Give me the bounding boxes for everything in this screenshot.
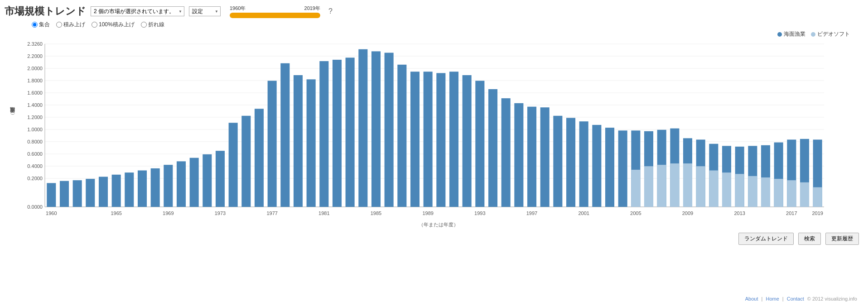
bar-video [657,165,666,207]
bar-kaigyou [424,72,433,207]
bar-kaigyou [268,81,277,207]
x-tick-label: 1960 [46,210,57,216]
bar-kaigyou [475,81,484,207]
x-tick-label: 1973 [215,210,226,216]
bar-kaigyou [605,128,614,207]
chart-type-label-stack100: 100%積み上げ [99,21,135,29]
bar-kaigyou [294,75,303,207]
bar-video [748,176,757,207]
bar-kaigyou [125,172,134,207]
settings-wrapper[interactable]: 設定 [189,6,221,16]
x-tick-label: 1981 [318,210,329,216]
bar-kaigyou [99,177,108,207]
bar-kaigyou [47,183,56,207]
bar-kaigyou [280,63,289,207]
contact-link[interactable]: Contact [787,296,804,301]
svg-text:1.2000: 1.2000 [27,115,43,120]
footer-sep-1: | [762,296,763,301]
range-labels: 1960年 2019年 [230,5,320,12]
x-tick-label: 2017 [786,210,797,216]
x-tick-label: 1969 [163,210,174,216]
bar-kaigyou [463,75,472,207]
chart-type-label-group: 集合 [39,21,50,29]
range-start-label: 1960年 [230,5,246,12]
bar-kaigyou [397,65,406,207]
bar-video [631,170,640,207]
bar-kaigyou [514,103,523,207]
svg-text:2.0000: 2.0000 [27,66,43,71]
about-link[interactable]: About [745,296,758,301]
chart-content: 海面漁業 ビデオソフト .grid-line { stroke: #ddd; s… [18,30,859,228]
x-tick-label: 1993 [474,210,485,216]
chart-svg-wrapper: .grid-line { stroke: #ddd; stroke-width:… [18,30,859,220]
svg-text:0.0000: 0.0000 [27,204,43,210]
bar-kaigyou [579,121,588,207]
random-trend-button[interactable]: ランダムトレンド [738,233,794,245]
x-tick-label: 2013 [734,210,745,216]
x-tick-label: 1985 [371,210,381,216]
x-tick-label: 2019 [812,210,823,216]
svg-text:1.6000: 1.6000 [27,90,43,96]
svg-text:0.2000: 0.2000 [27,176,43,181]
bar-kaigyou [307,79,316,207]
market-selector[interactable]: 2 個の市場が選択されています。 [91,6,184,16]
bar-kaigyou [86,179,95,207]
bar-kaigyou [229,123,238,207]
bar-kaigyou [346,57,355,207]
market-selector-wrapper[interactable]: 2 個の市場が選択されています。 [91,6,184,16]
help-icon[interactable]: ? [328,7,333,15]
bar-video [761,177,770,207]
bar-kaigyou [527,107,536,207]
bar-kaigyou [436,73,445,207]
x-tick-label: 2005 [630,210,641,216]
page-title: 市場規模トレンド [5,5,86,18]
range-fill [230,13,320,18]
bar-kaigyou [410,72,420,207]
radio-stack[interactable] [56,22,62,28]
x-axis-label: （年または年度） [18,221,859,228]
svg-text:1.4000: 1.4000 [27,102,43,108]
history-button[interactable]: 更新履歴 [825,233,859,245]
bar-kaigyou [112,175,121,207]
bar-video [722,172,731,207]
radio-group[interactable] [32,22,38,28]
home-link[interactable]: Home [766,296,779,301]
range-slider-container: 1960年 2019年 [230,5,320,18]
x-tick-label: 2009 [682,210,693,216]
bar-kaigyou [73,180,82,207]
svg-text:0.4000: 0.4000 [27,163,43,169]
chart-type-label-stack: 積み上げ [63,21,85,29]
footer-copyright: © 2012 visualizing.info [807,296,857,301]
bar-kaigyou [488,89,497,207]
bar-kaigyou [371,51,381,207]
bar-video [709,171,718,207]
bar-video [735,174,744,207]
svg-text:2.2000: 2.2000 [27,53,43,59]
bar-video [800,182,809,207]
bar-kaigyou [502,98,511,207]
radio-stack: 積み上げ [56,21,85,29]
radio-line-input[interactable] [141,22,147,28]
search-button[interactable]: 検索 [798,233,821,245]
footer-row: ランダムトレンド 検索 更新履歴 [5,233,859,245]
bar-kaigyou [177,161,186,207]
range-end-label: 2019年 [304,5,320,12]
range-track[interactable] [230,13,320,18]
x-tick-label: 1997 [526,210,537,216]
bar-kaigyou [164,165,173,207]
svg-text:1.0000: 1.0000 [27,127,43,132]
x-tick-label: 1965 [111,210,121,216]
bar-kaigyou [203,154,212,207]
footer-sep-2: | [782,296,784,301]
bar-video [644,166,653,207]
radio-stack100-input[interactable] [92,22,97,28]
svg-text:0.6000: 0.6000 [27,151,43,157]
y-axis-label: 市場規模（兆円） [9,30,16,202]
page-wrapper: 市場規模トレンド 2 個の市場が選択されています。 設定 1960年 2019年… [0,0,868,306]
bar-kaigyou [385,53,394,207]
bar-kaigyou [319,61,328,207]
settings-dropdown[interactable]: 設定 [189,6,221,16]
chart-area: 市場規模（兆円） 海面漁業 ビデオソフト [9,30,859,228]
footer-links: About | Home | Contact © 2012 visualizin… [745,296,859,301]
x-tick-label: 1989 [422,210,433,216]
